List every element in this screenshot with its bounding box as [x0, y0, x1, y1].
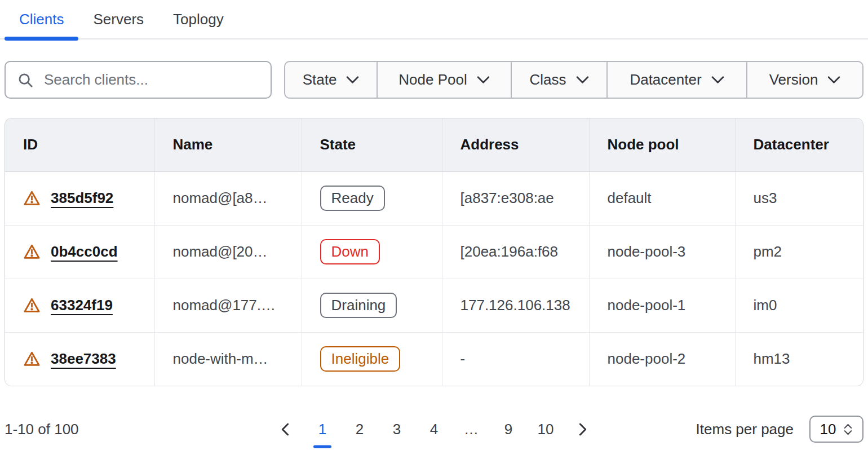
table-row: 385d5f92 nomad@[a8… Ready [a837:e308:ae … — [5, 171, 863, 225]
search-input[interactable] — [43, 70, 260, 89]
items-per-page: Items per page 10 — [696, 416, 863, 443]
tab-toplogy[interactable]: Toplogy — [158, 0, 238, 38]
chevron-down-icon — [477, 76, 490, 84]
next-page-button[interactable] — [577, 421, 588, 437]
chevron-right-icon — [577, 421, 588, 437]
table-row: 0b4cc0cd nomad@[20… Down [20ea:196a:f68 … — [5, 225, 863, 279]
page-button-9[interactable]: 9 — [498, 421, 519, 438]
tab-clients[interactable]: Clients — [5, 0, 78, 38]
client-id-link[interactable]: 38ee7383 — [51, 350, 116, 368]
chevron-down-icon — [346, 76, 359, 84]
pager: 1 2 3 4 … 9 10 — [267, 421, 601, 438]
warning-triangle-icon — [23, 244, 41, 260]
client-node-pool-cell: node-pool-2 — [589, 332, 735, 386]
filter-version-button[interactable]: Version — [747, 62, 862, 98]
controls-row: State Node Pool Class Datacenter Version — [5, 61, 863, 99]
page-button-4[interactable]: 4 — [423, 421, 445, 438]
state-badge: Draining — [320, 293, 397, 318]
clients-table: ID Name State Address Node pool Datacent… — [5, 118, 863, 386]
tab-toplogy-label: Toplogy — [173, 11, 224, 28]
filter-datacenter-button[interactable]: Datacenter — [608, 62, 747, 98]
client-node-pool-cell: default — [589, 171, 735, 225]
client-datacenter-cell: us3 — [735, 171, 863, 225]
client-datacenter-cell: im0 — [735, 279, 863, 332]
active-tab-indicator — [5, 37, 78, 41]
chevron-left-icon — [280, 421, 291, 437]
filter-node-pool-label: Node Pool — [398, 71, 467, 89]
client-name-cell: node-with-m… — [154, 332, 302, 386]
filter-datacenter-label: Datacenter — [630, 71, 701, 89]
chevron-down-icon — [711, 76, 724, 84]
page-button-10[interactable]: 10 — [535, 421, 556, 438]
pagination-bar: 1-10 of 100 1 2 3 4 … 9 10 Items per pag… — [5, 412, 863, 446]
tab-clients-label: Clients — [19, 11, 64, 28]
items-per-page-select[interactable]: 10 — [809, 416, 863, 443]
column-header-id: ID — [5, 118, 154, 171]
client-address-cell: 177.126.106.138 — [442, 279, 589, 332]
tab-bar: Clients Servers Toplogy — [0, 0, 868, 39]
column-header-node-pool: Node pool — [589, 118, 735, 171]
client-datacenter-cell: pm2 — [735, 225, 863, 279]
table-row: 63324f19 nomad@177.… Draining 177.126.10… — [5, 279, 863, 332]
up-down-chevrons-icon — [843, 423, 853, 435]
table-header-row: ID Name State Address Node pool Datacent… — [5, 118, 863, 171]
chevron-down-icon — [576, 76, 589, 84]
client-address-cell: [a837:e308:ae — [442, 171, 589, 225]
filter-state-button[interactable]: State — [285, 62, 378, 98]
client-address-cell: - — [442, 332, 589, 386]
client-node-pool-cell: node-pool-1 — [589, 279, 735, 332]
filter-node-pool-button[interactable]: Node Pool — [378, 62, 512, 98]
warning-triangle-icon — [23, 351, 41, 367]
table-row: 38ee7383 node-with-m… Ineligible - node-… — [5, 332, 863, 386]
filter-group: State Node Pool Class Datacenter Version — [284, 61, 863, 99]
search-icon — [17, 72, 34, 89]
warning-triangle-icon — [23, 190, 41, 206]
filter-class-label: Class — [529, 71, 566, 89]
client-name-cell: nomad@[a8… — [154, 171, 302, 225]
filter-version-label: Version — [769, 71, 818, 89]
column-header-state: State — [302, 118, 442, 171]
results-range-text: 1-10 of 100 — [5, 421, 79, 438]
client-name-cell: nomad@177.… — [154, 279, 302, 332]
client-id-link[interactable]: 0b4cc0cd — [51, 243, 118, 261]
items-per-page-value: 10 — [820, 421, 836, 438]
state-badge: Down — [320, 239, 380, 264]
column-header-datacenter: Datacenter — [735, 118, 863, 171]
client-datacenter-cell: hm13 — [735, 332, 863, 386]
warning-triangle-icon — [23, 297, 41, 314]
page-button-1[interactable]: 1 — [312, 421, 333, 438]
client-id-link[interactable]: 63324f19 — [51, 297, 113, 314]
chevron-down-icon — [827, 76, 840, 84]
column-header-address: Address — [442, 118, 589, 171]
tab-servers-label: Servers — [93, 11, 144, 28]
filter-state-label: State — [303, 71, 337, 89]
search-clients-box — [5, 61, 272, 99]
column-header-name: Name — [154, 118, 302, 171]
state-badge: Ready — [320, 186, 385, 211]
items-per-page-label: Items per page — [696, 421, 794, 438]
state-badge: Ineligible — [320, 346, 401, 372]
active-page-indicator — [313, 445, 331, 448]
tab-servers[interactable]: Servers — [78, 0, 158, 38]
client-node-pool-cell: node-pool-3 — [589, 225, 735, 279]
client-name-cell: nomad@[20… — [154, 225, 302, 279]
page-button-3[interactable]: 3 — [386, 421, 408, 438]
filter-class-button[interactable]: Class — [512, 62, 608, 98]
page-button-2[interactable]: 2 — [349, 421, 370, 438]
client-address-cell: [20ea:196a:f68 — [442, 225, 589, 279]
clients-page: Clients Servers Toplogy State Node Pool — [0, 0, 868, 446]
client-id-link[interactable]: 385d5f92 — [51, 189, 113, 207]
page-ellipsis: … — [460, 421, 482, 438]
previous-page-button[interactable] — [280, 421, 291, 437]
